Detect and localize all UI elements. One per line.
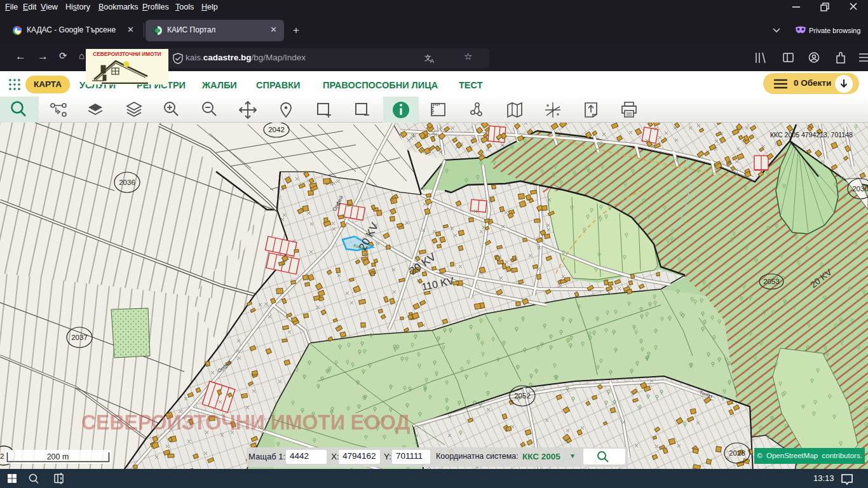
svg-text:2052: 2052 [514, 392, 531, 400]
svg-text:2030: 2030 [852, 185, 868, 193]
svg-text:A: A [430, 58, 434, 64]
svg-text:ККС 2005 4794213, 701148: ККС 2005 4794213, 701148 [770, 131, 853, 139]
svg-text:2028: 2028 [729, 449, 745, 457]
svg-text:2036: 2036 [119, 179, 135, 186]
svg-text:200 m: 200 m [47, 452, 69, 461]
svg-text:2042: 2042 [268, 126, 285, 133]
svg-text:2037: 2037 [71, 334, 88, 341]
svg-text:2: 2 [0, 452, 4, 460]
svg-text:2053: 2053 [763, 278, 780, 285]
